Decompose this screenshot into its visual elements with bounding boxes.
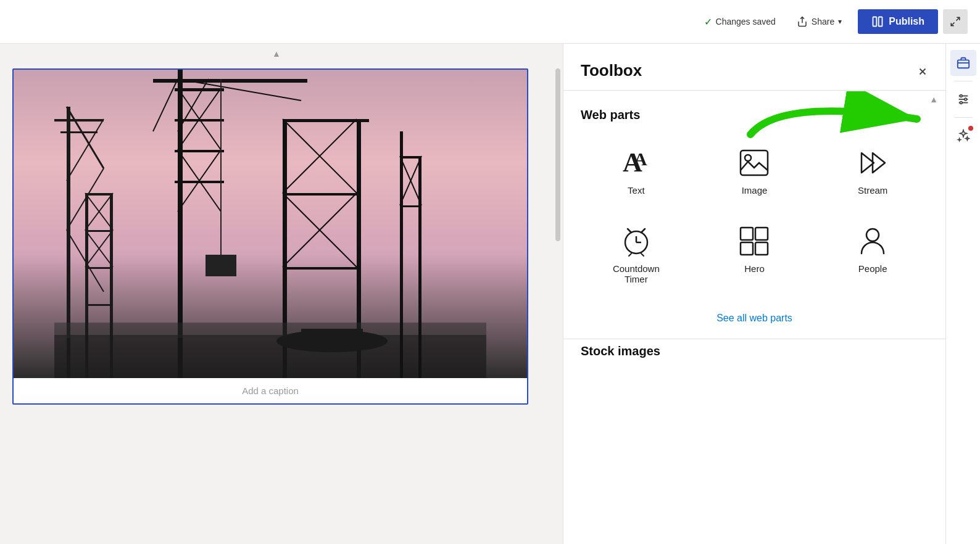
sidebar-divider-2 [954,117,973,118]
collapse-button[interactable] [943,9,968,34]
countdown-webpart-icon [620,225,652,257]
see-all-web-parts-link[interactable]: See all web parts [563,307,945,339]
svg-rect-43 [85,267,113,269]
svg-rect-40 [110,193,113,378]
web-part-stream[interactable]: Stream [817,134,928,205]
image-block[interactable]: Add a caption [12,68,528,405]
svg-rect-16 [175,150,224,152]
svg-point-85 [960,102,962,104]
stock-images-section-title: Stock images [563,339,945,371]
svg-rect-72 [741,228,753,240]
svg-point-83 [960,95,962,97]
main-content: ▲ [0,44,980,544]
svg-line-68 [628,229,631,233]
svg-rect-75 [755,242,768,255]
svg-rect-52 [400,205,421,207]
page-editor: ▲ [0,44,553,544]
toolbox-header: Toolbox [563,44,945,90]
hero-webpart-icon [738,225,770,257]
svg-line-23 [153,79,178,131]
web-parts-grid: A A Text Image [563,134,945,307]
svg-rect-73 [755,228,768,240]
svg-rect-77 [957,60,968,68]
web-part-hero[interactable]: Hero [699,213,810,294]
web-part-people[interactable]: People [817,213,928,294]
briefcase-icon [957,56,970,70]
web-part-text[interactable]: A A Text [581,134,692,205]
editor-scroll-up-icon: ▲ [272,49,281,59]
svg-rect-14 [175,88,224,91]
publish-label: Publish [889,16,924,27]
sidebar-settings-button[interactable] [950,86,976,112]
svg-rect-7 [60,131,98,133]
right-sidebar [945,44,980,544]
image-caption[interactable]: Add a caption [14,378,527,403]
share-chevron-icon: ▾ [838,17,842,26]
svg-text:A: A [634,149,647,169]
svg-rect-61 [741,150,768,175]
people-webpart-icon [857,225,889,257]
publish-button[interactable]: Publish [858,9,938,34]
editor-scrollbar[interactable] [553,44,563,544]
svg-rect-51 [400,156,421,159]
close-icon [917,66,928,77]
svg-point-84 [964,98,966,101]
svg-point-62 [745,155,751,161]
stream-webpart-label: Stream [858,185,887,196]
hero-webpart-label: Hero [744,263,765,274]
svg-rect-6 [54,119,104,122]
countdown-webpart-label: CountdownTimer [613,263,660,284]
settings-sliders-icon [957,93,970,106]
changes-saved-text: Changes saved [716,17,776,27]
ai-notification-dot [968,126,973,131]
text-webpart-icon: A A [620,147,652,179]
caption-placeholder-text: Add a caption [242,385,299,396]
people-webpart-label: People [858,263,887,274]
share-button[interactable]: Share ▾ [791,12,848,31]
svg-rect-41 [85,193,113,196]
svg-rect-42 [85,230,113,232]
toolbox-scroll-up-icon: ▲ [929,94,938,104]
svg-line-12 [67,119,104,181]
svg-rect-35 [283,193,357,196]
toolbox-scroll-area[interactable]: ▲ Web parts A A Text [563,91,945,544]
svg-rect-74 [741,242,753,255]
changes-saved-indicator: ✓ Changes saved [704,16,776,28]
web-part-countdown[interactable]: CountdownTimer [581,213,692,294]
image-webpart-label: Image [742,185,768,196]
svg-line-69 [641,229,645,233]
collapse-icon [950,16,961,27]
svg-rect-39 [85,193,88,378]
svg-rect-44 [85,304,113,306]
svg-line-70 [629,253,631,256]
svg-rect-36 [283,267,357,270]
stream-webpart-icon [857,147,889,179]
sidebar-apps-button[interactable] [950,50,976,76]
image-placeholder [14,70,527,378]
publish-book-icon [871,15,884,28]
web-parts-section-title: Web parts [563,91,945,134]
top-bar: ✓ Changes saved Share ▾ Publish [0,0,980,44]
svg-point-76 [866,229,879,241]
sparkle-icon [957,129,970,142]
editor-scrollbar-thumb[interactable] [555,68,560,241]
checkmark-icon: ✓ [704,16,712,28]
share-label: Share [812,17,834,27]
toolbox-close-button[interactable] [917,64,928,78]
svg-line-71 [641,253,644,256]
sidebar-divider-1 [954,81,973,81]
svg-rect-50 [418,156,421,378]
sidebar-ai-button[interactable] [950,123,976,149]
image-webpart-icon [738,147,770,179]
toolbox-panel: Toolbox ▲ Web parts A A [563,44,945,544]
svg-rect-27 [206,255,236,276]
crane-image [14,70,527,378]
share-icon [797,16,808,27]
web-part-image[interactable]: Image [699,134,810,205]
svg-line-9 [67,107,104,168]
svg-rect-56 [301,329,363,342]
svg-rect-49 [400,131,403,378]
toolbox-title: Toolbox [581,61,642,80]
svg-rect-1 [873,17,877,27]
svg-rect-2 [879,17,882,27]
